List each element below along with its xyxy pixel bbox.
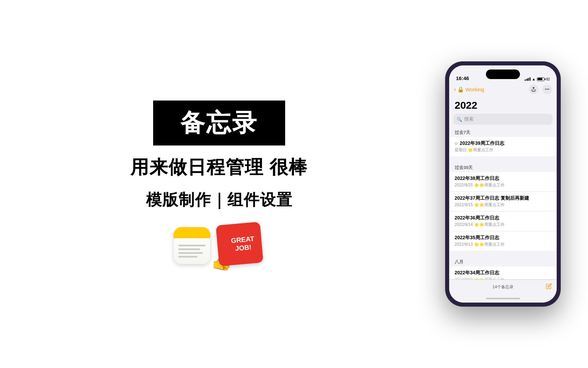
- note-title: 2022年38周工作日志: [455, 175, 499, 182]
- bottom-bar: 14个备忘录: [449, 279, 557, 294]
- note-item-n3[interactable]: 2022年37周工作日志 复制后再新建 2022/9/15 🌟🌟周重点工作: [449, 192, 557, 212]
- note-item-n1[interactable]: ⊙ 2022年39周工作日志 星期日 🌟周重点工作: [449, 137, 557, 156]
- section-past30-header: 过去30天: [449, 163, 557, 172]
- battery-icon: 82: [537, 77, 550, 81]
- notes-line-4: [178, 256, 197, 258]
- phone-mockup: 16:46 ▲ 82: [445, 61, 561, 307]
- signal-bar-4: [529, 77, 530, 81]
- wifi-icon: ▲: [532, 77, 536, 81]
- year-title: 2022: [449, 97, 557, 112]
- search-bar[interactable]: 🔍 搜索: [453, 114, 553, 125]
- section-past7-header: 过去7天: [449, 128, 557, 137]
- note-subtitle: 2022/9/03 🌟🌟周重点工作: [455, 277, 551, 279]
- section-gap-2: [449, 251, 557, 258]
- nav-back-button[interactable]: ‹ 🔒 Working: [454, 86, 484, 93]
- note-title-row: 2022年35周工作日志: [455, 235, 551, 241]
- notes-line-3: [178, 252, 203, 254]
- note-title: 2022年36周工作日志: [455, 215, 499, 221]
- note-title-row: 2022年36周工作日志: [455, 215, 551, 221]
- notes-list-past30: 2022年38周工作日志 2022/9/25 🌟🌟周重点工作 2022年37周工…: [449, 172, 557, 251]
- note-item-n4[interactable]: 2022年36周工作日志 2022/9/14 🌟🌟周重点工作: [449, 212, 557, 231]
- search-placeholder: 搜索: [464, 116, 474, 122]
- notes-line-1: [178, 245, 206, 246]
- nav-actions: ···: [529, 85, 552, 94]
- more-button[interactable]: ···: [542, 85, 552, 94]
- great-job-text: GREATJOB!: [231, 234, 255, 253]
- phone-screen: 16:46 ▲ 82: [449, 65, 557, 303]
- note-title-row: 2022年34周工作日志: [455, 270, 551, 276]
- battery-percentage: 82: [546, 77, 550, 81]
- note-title: 2022年34周工作日志: [455, 270, 499, 276]
- search-icon: 🔍: [457, 117, 462, 122]
- great-job-container: 👍 GREATJOB!: [217, 224, 265, 268]
- compose-button[interactable]: [546, 283, 552, 291]
- content-area[interactable]: 2022 🔍 搜索 过去7天 ⊙ 2022年39周工作日志 星期日 🌟周重点工作: [449, 97, 557, 279]
- title-box: 备忘录: [153, 101, 285, 145]
- battery-tip: [545, 78, 545, 80]
- dynamic-island: [486, 70, 520, 79]
- notes-icon-top: [174, 227, 210, 238]
- note-title: 2022年35周工作日志: [455, 235, 499, 241]
- note-title-row: ⊙ 2022年39周工作日志: [455, 140, 551, 147]
- back-chevron-icon: ‹: [454, 86, 456, 93]
- note-item-n5[interactable]: 2022年35周工作日志 2022/9/13 🌟🌟周重点工作: [449, 231, 557, 251]
- home-indicator: [449, 294, 557, 303]
- status-icons: ▲ 82: [525, 77, 550, 81]
- nav-folder-label: Working: [466, 87, 484, 92]
- notes-list-past7: ⊙ 2022年39周工作日志 星期日 🌟周重点工作: [449, 137, 557, 156]
- notes-app-icon: [173, 227, 211, 264]
- icons-row: 👍 GREATJOB!: [173, 224, 265, 268]
- section-gap-1: [449, 156, 557, 163]
- battery-body: [537, 77, 544, 81]
- right-section: 16:46 ▲ 82: [438, 61, 588, 307]
- note-subtitle: 2022/9/13 🌟🌟周重点工作: [455, 242, 551, 247]
- left-section: 备忘录 用来做日程管理 很棒 模版制作｜组件设置 👍 GREATJOB!: [0, 80, 438, 288]
- status-time: 16:46: [456, 75, 469, 81]
- folder-lock-icon: 🔒: [457, 86, 464, 93]
- battery-fill: [538, 78, 542, 80]
- share-button[interactable]: [529, 85, 538, 94]
- app-title: 备忘录: [180, 109, 258, 136]
- signal-bars-icon: [525, 77, 530, 81]
- note-item-n2[interactable]: 2022年38周工作日志 2022/9/25 🌟🌟周重点工作: [449, 172, 557, 192]
- section-august-header: 八月: [449, 258, 557, 266]
- note-item-n6[interactable]: 2022年34周工作日志 2022/9/03 🌟🌟周重点工作: [449, 266, 557, 279]
- note-title: 2022年37周工作日志 复制后再新建: [455, 195, 529, 201]
- signal-bar-1: [525, 79, 526, 81]
- notes-list-august: 2022年34周工作日志 2022/9/03 🌟🌟周重点工作: [449, 266, 557, 279]
- note-title-row: 2022年38周工作日志: [455, 175, 551, 182]
- note-title: 2022年39周工作日志: [460, 140, 504, 147]
- notes-line-2: [178, 248, 200, 250]
- notes-icon-lines: [174, 238, 210, 264]
- notes-count: 14个备忘录: [492, 284, 513, 290]
- note-subtitle: 2022/9/25 🌟🌟周重点工作: [455, 182, 551, 188]
- note-title-row: 2022年37周工作日志 复制后再新建: [455, 195, 551, 201]
- lock-icon: ⊙: [455, 141, 458, 146]
- subtitle1: 用来做日程管理 很棒: [130, 155, 308, 180]
- note-subtitle: 2022/9/15 🌟🌟周重点工作: [455, 202, 551, 208]
- great-job-sticker: GREATJOB!: [216, 221, 263, 266]
- note-subtitle: 星期日 🌟周重点工作: [455, 147, 551, 153]
- subtitle2: 模版制作｜组件设置: [146, 189, 293, 211]
- signal-bar-3: [528, 78, 529, 81]
- home-bar: [486, 298, 520, 299]
- nav-bar: ‹ 🔒 Working ···: [449, 84, 557, 97]
- signal-bar-2: [526, 79, 527, 81]
- note-subtitle: 2022/9/14 🌟🌟周重点工作: [455, 222, 551, 228]
